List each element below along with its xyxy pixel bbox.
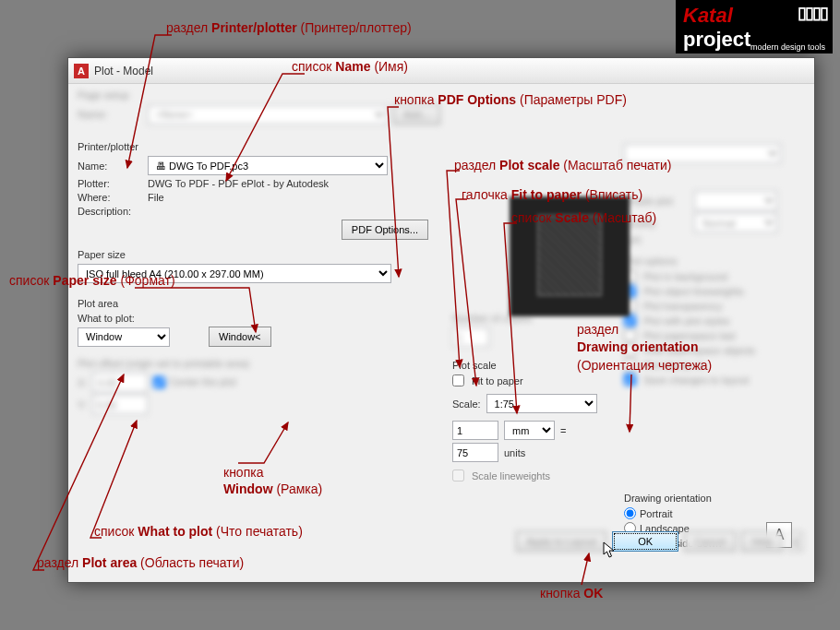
- ok-button[interactable]: OK: [612, 531, 678, 552]
- anno-paper-size: список Paper size (Формат): [9, 273, 175, 288]
- scale-denominator-input[interactable]: [452, 443, 498, 462]
- plot-area-section-label: Plot area: [78, 298, 438, 309]
- anno-window-2: Window (Рамка): [223, 481, 322, 496]
- anno-printer-plotter: раздел Printer/plotter (Принтер/плоттер): [166, 20, 412, 35]
- expand-icon[interactable]: ❮: [788, 531, 803, 552]
- scale-select[interactable]: 1:75: [486, 394, 597, 413]
- logo-subtitle: modern design tools: [750, 42, 825, 52]
- anno-ok-button: кнопка OK: [540, 586, 603, 600]
- units-label: units: [504, 447, 525, 458]
- katal-project-logo: Katal▯▯▯▯ project modern design tools: [676, 0, 833, 51]
- anno-orient-1: раздел: [577, 322, 618, 337]
- plotter-value: DWG To PDF - PDF ePlot - by Autodesk: [148, 178, 329, 189]
- logo-brand-2: project: [683, 28, 750, 51]
- page-setup-name-select[interactable]: <None>: [148, 105, 388, 125]
- cancel-button[interactable]: Cancel: [684, 531, 736, 552]
- help-button[interactable]: Help: [741, 531, 783, 552]
- paper-size-section-label: Paper size: [78, 249, 438, 260]
- opt-savechanges-checkbox[interactable]: [624, 374, 636, 386]
- plot-offset-section: Plot offset (origin set to printable are…: [78, 358, 438, 414]
- offset-x-input[interactable]: [92, 373, 148, 392]
- center-plot-checkbox[interactable]: [153, 376, 165, 388]
- what-to-plot-label: What to plot:: [78, 313, 438, 324]
- fit-to-paper-checkbox[interactable]: [452, 374, 464, 386]
- fit-to-paper-label: Fit to paper: [472, 375, 523, 386]
- name-label: Name:: [78, 160, 142, 172]
- titlebar[interactable]: A Plot - Model: [68, 58, 814, 84]
- scale-lineweights-label: Scale lineweights: [472, 470, 550, 481]
- scale-label: Scale:: [452, 398, 481, 410]
- right-blurred-panel: Shade plot QualityNormal DPI Plot option…: [624, 144, 799, 393]
- anno-fit-paper: галочка Fit to paper (Вписать): [462, 187, 642, 202]
- anno-window-1: кнопка: [223, 465, 263, 480]
- anno-what-to-plot: список What to plot (Что печатать): [94, 524, 303, 539]
- dialog-title: Plot - Model: [94, 65, 153, 77]
- logo-brand-1: Katal: [683, 4, 733, 27]
- scale-lineweights-checkbox: [452, 470, 464, 481]
- plot-dialog: A Plot - Model Page setup Name: <None> A…: [67, 57, 815, 583]
- quality-select[interactable]: Normal: [694, 213, 777, 232]
- shade-plot-select[interactable]: [694, 191, 777, 210]
- autocad-app-icon: A: [74, 64, 89, 78]
- add-button[interactable]: Add...: [393, 104, 440, 125]
- portrait-radio[interactable]: [624, 507, 636, 519]
- description-label: Description:: [78, 206, 142, 217]
- plotter-label: Plotter:: [78, 178, 142, 189]
- portrait-label: Portrait: [640, 508, 672, 519]
- anno-name-list: список Name (Имя): [292, 59, 408, 74]
- anno-pdf-options: кнопка PDF Options (Параметры PDF): [394, 92, 627, 107]
- copies-input[interactable]: [452, 327, 489, 347]
- orientation-section-label: Drawing orientation: [624, 493, 799, 504]
- offset-y-input[interactable]: [92, 395, 148, 414]
- where-label: Where:: [78, 192, 142, 203]
- anno-orient-2: Drawing orientation: [577, 339, 698, 354]
- anno-scale-list: список Scale (Масштаб): [511, 210, 656, 225]
- where-value: File: [148, 192, 164, 203]
- equals-text: =: [560, 425, 566, 436]
- what-to-plot-select[interactable]: Window: [78, 327, 170, 347]
- apply-to-layout-button[interactable]: Apply to Layout: [516, 531, 606, 552]
- window-button[interactable]: Window<: [209, 327, 271, 347]
- scale-numerator-input[interactable]: [452, 421, 498, 440]
- unit-select[interactable]: mm: [504, 421, 555, 440]
- anno-plot-scale: раздел Plot scale (Масштаб печати): [454, 158, 671, 172]
- printer-plotter-section-label: Printer/plotter: [78, 141, 438, 152]
- anno-orient-3: (Ориентация чертежа): [577, 358, 712, 373]
- anno-plot-area: раздел Plot area (Область печати): [37, 555, 244, 570]
- printer-name-select[interactable]: 🖶 DWG To PDF.pc3: [148, 156, 388, 175]
- pdf-options-button[interactable]: PDF Options...: [342, 220, 428, 240]
